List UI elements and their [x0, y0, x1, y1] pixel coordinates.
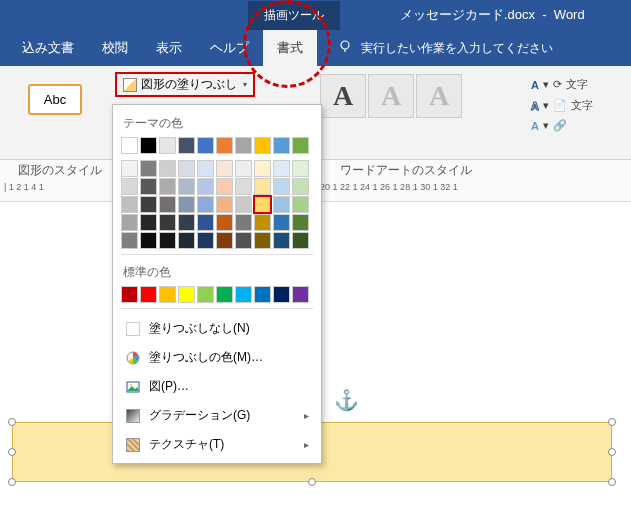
color-swatch[interactable] [292, 196, 309, 213]
color-swatch[interactable] [140, 137, 157, 154]
color-swatch[interactable] [273, 214, 290, 231]
color-swatch[interactable] [292, 214, 309, 231]
tab-help[interactable]: ヘルプ [196, 30, 263, 66]
color-swatch[interactable] [216, 178, 233, 195]
tab-mailings[interactable]: 込み文書 [8, 30, 88, 66]
color-swatch[interactable] [197, 178, 214, 195]
gradient-fill-item[interactable]: グラデーション(G) ▸ [121, 401, 313, 430]
tab-review[interactable]: 校閲 [88, 30, 142, 66]
color-swatch[interactable] [235, 137, 252, 154]
color-swatch[interactable] [235, 214, 252, 231]
color-swatch[interactable] [254, 286, 271, 303]
color-swatch[interactable] [197, 196, 214, 213]
color-swatch[interactable] [235, 286, 252, 303]
color-swatch[interactable] [216, 286, 233, 303]
anchor-icon: ⚓ [330, 387, 358, 415]
wordart-styles-gallery[interactable]: A A A [320, 74, 462, 118]
color-swatch[interactable] [121, 232, 138, 249]
color-swatch[interactable] [121, 160, 138, 177]
color-swatch[interactable] [235, 196, 252, 213]
color-swatch[interactable] [178, 178, 195, 195]
color-swatch[interactable] [273, 286, 290, 303]
color-swatch[interactable] [159, 137, 176, 154]
color-swatch[interactable] [140, 178, 157, 195]
color-swatch[interactable] [292, 178, 309, 195]
color-swatch[interactable] [254, 232, 271, 249]
text-outline-button[interactable]: A ▾ 📄文字 [525, 95, 625, 116]
color-swatch[interactable] [273, 137, 290, 154]
color-swatch[interactable] [292, 232, 309, 249]
color-swatch[interactable] [159, 232, 176, 249]
color-swatch[interactable] [197, 160, 214, 177]
wordart-preset-2[interactable]: A [368, 74, 414, 118]
color-swatch[interactable] [178, 196, 195, 213]
resize-handle-tr[interactable] [608, 418, 616, 426]
color-swatch[interactable] [159, 178, 176, 195]
resize-handle-tl[interactable] [8, 418, 16, 426]
resize-handle-bl[interactable] [8, 478, 16, 486]
resize-handle-ml[interactable] [8, 448, 16, 456]
color-swatch[interactable] [178, 232, 195, 249]
color-swatch[interactable] [273, 178, 290, 195]
color-swatch[interactable] [197, 232, 214, 249]
chevron-down-icon: ▾ [243, 80, 247, 89]
color-swatch[interactable] [140, 286, 157, 303]
color-swatch[interactable] [197, 137, 214, 154]
color-swatch[interactable] [235, 160, 252, 177]
no-fill-item[interactable]: 塗りつぶしなし(N) [121, 314, 313, 343]
color-swatch[interactable] [216, 160, 233, 177]
color-swatch[interactable] [140, 160, 157, 177]
color-swatch[interactable] [140, 232, 157, 249]
picture-fill-item[interactable]: 図(P)… [121, 372, 313, 401]
color-swatch[interactable] [254, 196, 271, 213]
resize-handle-mr[interactable] [608, 448, 616, 456]
color-swatch[interactable] [292, 286, 309, 303]
color-swatch[interactable] [197, 286, 214, 303]
color-swatch[interactable] [121, 196, 138, 213]
color-swatch[interactable] [121, 214, 138, 231]
color-swatch[interactable] [178, 286, 195, 303]
text-fill-button[interactable]: A ▾ ⟳文字 [525, 74, 625, 95]
color-swatch[interactable] [273, 232, 290, 249]
shape-style-preset[interactable]: Abc [28, 84, 82, 115]
color-swatch[interactable] [254, 178, 271, 195]
document-title: メッセージカード.docx - Word [400, 6, 585, 24]
color-swatch[interactable] [159, 160, 176, 177]
wordart-preset-3[interactable]: A [416, 74, 462, 118]
color-swatch[interactable] [216, 214, 233, 231]
color-swatch[interactable] [159, 286, 176, 303]
color-swatch[interactable] [254, 160, 271, 177]
color-swatch[interactable] [292, 160, 309, 177]
color-swatch[interactable] [121, 137, 138, 154]
texture-fill-item[interactable]: テクスチャ(T) ▸ [121, 430, 313, 459]
resize-handle-br[interactable] [608, 478, 616, 486]
color-swatch[interactable] [273, 196, 290, 213]
color-swatch[interactable] [235, 178, 252, 195]
color-swatch[interactable] [273, 160, 290, 177]
color-swatch[interactable] [235, 232, 252, 249]
color-swatch[interactable] [216, 232, 233, 249]
wordart-preset-1[interactable]: A [320, 74, 366, 118]
resize-handle-bc[interactable] [308, 478, 316, 486]
color-swatch[interactable] [254, 214, 271, 231]
color-swatch[interactable] [216, 137, 233, 154]
color-swatch[interactable] [178, 137, 195, 154]
color-swatch[interactable] [292, 137, 309, 154]
color-swatch[interactable] [121, 178, 138, 195]
more-fill-colors-item[interactable]: 塗りつぶしの色(M)… [121, 343, 313, 372]
color-swatch[interactable] [216, 196, 233, 213]
color-swatch[interactable] [178, 214, 195, 231]
color-swatch[interactable] [140, 196, 157, 213]
shape-fill-button[interactable]: 図形の塗りつぶし ▾ [115, 72, 255, 97]
color-swatch[interactable] [121, 286, 138, 303]
color-swatch[interactable] [178, 160, 195, 177]
color-swatch[interactable] [140, 214, 157, 231]
text-effects-button[interactable]: A ▾ 🔗 [525, 116, 625, 135]
tell-me-search[interactable]: 実行したい作業を入力してください [337, 39, 553, 58]
tab-format[interactable]: 書式 [263, 30, 317, 66]
color-swatch[interactable] [197, 214, 214, 231]
tab-view[interactable]: 表示 [142, 30, 196, 66]
color-swatch[interactable] [254, 137, 271, 154]
color-swatch[interactable] [159, 214, 176, 231]
color-swatch[interactable] [159, 196, 176, 213]
